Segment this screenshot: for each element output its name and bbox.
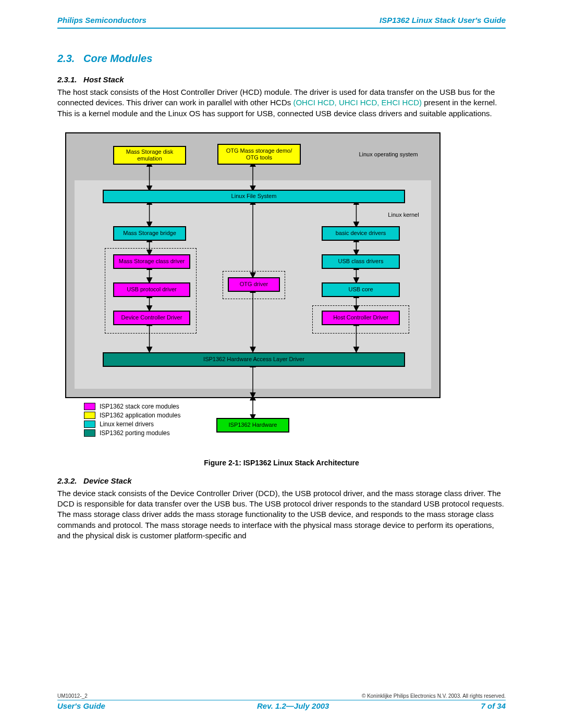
- header-bar: Philips Semiconductors ISP1362 Linux Sta…: [57, 16, 506, 29]
- footer-left: User's Guide: [57, 701, 105, 710]
- box-ms-bridge: Mass Storage bridge: [113, 226, 186, 241]
- legend-label: ISP1362 stack core modules: [100, 403, 179, 410]
- box-basic-drivers: basic device drivers: [322, 226, 400, 241]
- doc-number: UM10012-_2: [57, 693, 88, 699]
- box-hcd: Host Controller Driver: [322, 311, 400, 325]
- box-otg-driver: OTG driver: [228, 277, 280, 292]
- legend-item-porting: ISP1362 porting modules: [84, 429, 180, 437]
- architecture-diagram: Linux operating system Linux kernel Mass…: [65, 132, 440, 398]
- box-otg-demo: OTG Mass storage demo/ OTG tools: [217, 144, 301, 165]
- footer-center: Rev. 1.2—July 2003: [257, 701, 329, 710]
- box-hardware: ISP1362 Hardware: [216, 418, 289, 433]
- legend-item-app: ISP1362 application modules: [84, 412, 180, 419]
- legend-label: ISP1362 porting modules: [100, 429, 170, 437]
- subsection-number: 2.3.2.: [57, 476, 77, 485]
- footer-fine: UM10012-_2 © Koninklijke Philips Electro…: [57, 693, 506, 700]
- legend-item-core: ISP1362 stack core modules: [84, 403, 180, 410]
- hcd-accent: (OHCI HCD, UHCI HCD, EHCI HCD): [293, 98, 422, 107]
- host-paragraph: The host stack consists of the Host Cont…: [57, 87, 506, 119]
- footer-bar: User's Guide Rev. 1.2—July 2003 7 of 34: [57, 701, 506, 710]
- swatch-yellow: [84, 412, 95, 419]
- subsection-title-text: Device Stack: [83, 476, 132, 485]
- legend: ISP1362 stack core modules ISP1362 appli…: [84, 401, 180, 438]
- subsection-device-heading: 2.3.2. Device Stack: [57, 476, 506, 485]
- box-usb-protocol-driver: USB protocol driver: [113, 282, 190, 297]
- section-number: 2.3.: [57, 53, 75, 64]
- subsection-host-heading: 2.3.1. Host Stack: [57, 75, 506, 84]
- subsection-number: 2.3.1.: [57, 75, 77, 84]
- legend-label: Linux kernel drivers: [100, 421, 154, 428]
- box-mass-storage-demo: Mass Storage disk emulation: [113, 146, 186, 165]
- section-title-text: Core Modules: [83, 53, 152, 64]
- kernel-label: Linux kernel: [375, 212, 432, 218]
- swatch-cyan: [84, 421, 95, 428]
- swatch-teal: [84, 429, 95, 437]
- box-usb-core: USB core: [322, 282, 400, 297]
- figure-caption: Figure 2-1: ISP1362 Linux Stack Architec…: [57, 459, 506, 467]
- footer: UM10012-_2 © Koninklijke Philips Electro…: [57, 689, 506, 710]
- os-label: Linux operating system: [347, 151, 430, 158]
- subsection-title-text: Host Stack: [83, 75, 124, 84]
- copyright: © Koninklijke Philips Electronics N.V. 2…: [362, 693, 506, 699]
- diagram-below: ISP1362 Hardware ISP1362 stack core modu…: [65, 398, 440, 445]
- box-usb-class-drivers: USB class drivers: [322, 254, 400, 269]
- section-heading: 2.3. Core Modules: [57, 53, 506, 65]
- doc-title: ISP1362 Linux Stack User's Guide: [380, 16, 506, 24]
- legend-item-kernel: Linux kernel drivers: [84, 421, 180, 428]
- brand-label: Philips Semiconductors: [57, 16, 146, 24]
- legend-label: ISP1362 application modules: [100, 412, 180, 419]
- device-paragraph: The device stack consists of the Device …: [57, 488, 506, 541]
- page: Philips Semiconductors ISP1362 Linux Sta…: [0, 0, 563, 728]
- content: Philips Semiconductors ISP1362 Linux Sta…: [0, 16, 563, 541]
- swatch-magenta: [84, 403, 95, 410]
- box-linux-filesystem: Linux File System: [103, 190, 405, 203]
- box-ms-class-driver: Mass Storage class driver: [113, 254, 190, 269]
- box-dcd: Device Controller Driver: [113, 311, 190, 325]
- footer-right: 7 of 34: [481, 701, 506, 710]
- figure-wrap: Linux operating system Linux kernel Mass…: [57, 132, 506, 445]
- box-hal: ISP1362 Hardware Access Layer Driver: [103, 352, 405, 367]
